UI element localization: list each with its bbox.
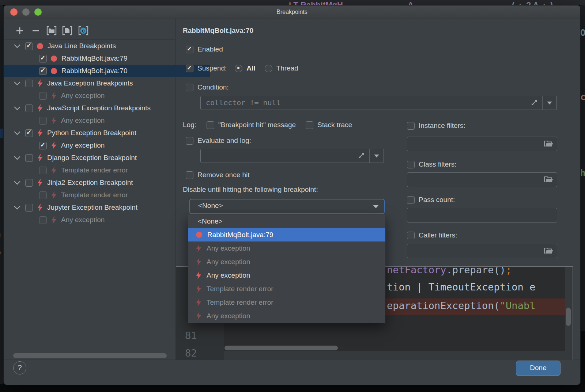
tree-checkbox[interactable]	[25, 104, 33, 112]
log-message-label: "Breakpoint hit" message	[218, 121, 296, 129]
popup-item-template-render-error[interactable]: Template render error	[188, 296, 385, 309]
tree-row-any-exception[interactable]: Any exception	[4, 214, 210, 226]
background-code-fragment: i T RabbitMqH	[289, 0, 343, 5]
folder-browse-icon[interactable]	[544, 247, 553, 255]
chevron-down-icon[interactable]	[14, 179, 20, 185]
tree-row-jinja2-exception-breakpoint[interactable]: Jinja2 Exception Breakpoint	[4, 176, 186, 189]
instance-filters-field[interactable]	[407, 137, 557, 151]
pass-count-field[interactable]	[407, 208, 557, 222]
remove-breakpoint-button[interactable]	[30, 25, 41, 36]
popup-item-rabbitmqbolt-79[interactable]: RabbitMqBolt.java:79	[188, 228, 385, 241]
tree-row-template-render-error[interactable]: Template render error	[4, 189, 210, 201]
tree-checkbox[interactable]	[39, 142, 47, 149]
tree-checkbox[interactable]	[25, 129, 33, 137]
class-filters-field[interactable]	[407, 172, 557, 187]
log-stack-checkbox[interactable]	[306, 121, 313, 129]
tree-checkbox[interactable]	[25, 154, 33, 162]
done-button[interactable]: Done	[516, 361, 561, 376]
enabled-checkbox[interactable]	[186, 46, 193, 53]
condition-label: Condition:	[197, 83, 229, 91]
remove-once-hit-checkbox[interactable]	[186, 171, 193, 179]
chevron-down-icon[interactable]	[373, 205, 379, 208]
dialog-titlebar[interactable]: Breakpoints	[4, 5, 580, 19]
condition-history-arrow[interactable]	[547, 102, 552, 104]
tree-row-any-exception[interactable]: Any exception	[4, 139, 210, 152]
tree-row-any-exception[interactable]: Any exception	[4, 114, 210, 127]
expand-editor-icon[interactable]	[530, 99, 538, 107]
tree-checkbox[interactable]	[39, 191, 47, 199]
pass-count-checkbox[interactable]	[407, 196, 415, 204]
tree-checkbox[interactable]	[39, 167, 47, 174]
tree-checkbox[interactable]	[39, 55, 47, 62]
evaluate-history-arrow[interactable]	[374, 155, 379, 157]
evaluate-field[interactable]	[200, 149, 384, 163]
tree-row-java-line-breakpoints[interactable]: Java Line Breakpoints	[4, 40, 186, 52]
suspend-label: Suspend:	[197, 64, 227, 72]
editor-horizontal-scrollbar[interactable]	[224, 346, 338, 350]
suspend-checkbox[interactable]	[186, 65, 193, 72]
popup-item-label: Any exception	[207, 244, 250, 252]
tree-row-rabbitmqbolt-79[interactable]: RabbitMqBolt.java:79	[4, 52, 210, 65]
code-line: eparationException("Unabl	[387, 300, 535, 311]
log-stack-label: Stack trace	[317, 121, 352, 129]
group-by-package-button[interactable]	[46, 25, 57, 36]
tree-row-any-exception[interactable]: Any exception	[4, 90, 210, 102]
popup-item-none[interactable]: <None>	[188, 214, 385, 228]
tree-checkbox[interactable]	[25, 80, 33, 87]
expand-editor-icon[interactable]	[357, 152, 365, 160]
chevron-down-icon[interactable]	[14, 154, 20, 160]
add-breakpoint-button[interactable]	[14, 25, 25, 36]
exception-bolt-icon	[37, 129, 43, 137]
tree-row-template-render-error[interactable]: Template render error	[4, 164, 210, 176]
tree-row-javascript-exception-breakpoints[interactable]: JavaScript Exception Breakpoints	[4, 102, 186, 114]
tree-checkbox[interactable]	[39, 67, 47, 75]
popup-item-any-exception[interactable]: Any exception	[188, 255, 385, 269]
condition-field[interactable]: collector != null	[200, 96, 557, 110]
exception-bolt-icon	[51, 166, 57, 174]
suspend-thread-radio[interactable]	[265, 65, 272, 72]
tree-item-label: RabbitMqBolt.java:70	[61, 67, 128, 75]
tree-row-jupyter-exception-breakpoint[interactable]: Jupyter Exception Breakpoint	[4, 201, 186, 214]
editor-vertical-scrollbar[interactable]	[566, 308, 571, 326]
tree-item-label: Django Exception Breakpoint	[47, 154, 137, 162]
tree-checkbox[interactable]	[39, 92, 47, 100]
chevron-down-icon[interactable]	[14, 129, 20, 135]
chevron-down-icon[interactable]	[14, 42, 20, 48]
tree-checkbox[interactable]	[25, 204, 33, 212]
log-message-checkbox[interactable]	[207, 121, 214, 129]
caller-filters-checkbox[interactable]	[407, 232, 415, 239]
popup-item-any-exception[interactable]: Any exception	[188, 241, 385, 255]
exception-bolt-icon	[196, 298, 201, 307]
tree-checkbox[interactable]	[39, 117, 47, 125]
tree-row-python-exception-breakpoint[interactable]: Python Exception Breakpoint	[4, 127, 186, 139]
suspend-all-radio[interactable]	[235, 65, 242, 72]
chevron-down-icon[interactable]	[14, 79, 20, 85]
folder-browse-icon[interactable]	[544, 140, 553, 148]
tree-checkbox[interactable]	[39, 216, 47, 224]
condition-checkbox[interactable]	[186, 84, 193, 91]
tree-row-django-exception-breakpoint[interactable]: Django Exception Breakpoint	[4, 152, 186, 164]
caller-filters-field[interactable]	[407, 244, 557, 258]
popup-item-any-exception[interactable]: Any exception	[188, 309, 385, 323]
help-button[interactable]: ?	[13, 361, 26, 374]
evaluate-checkbox[interactable]	[186, 137, 193, 145]
chevron-down-icon[interactable]	[14, 104, 20, 110]
chevron-down-icon[interactable]	[14, 203, 20, 210]
tree-row-java-exception-breakpoints[interactable]: Java Exception Breakpoints	[4, 77, 186, 90]
instance-filters-checkbox[interactable]	[407, 122, 415, 130]
group-by-class-button[interactable]: c	[78, 25, 89, 36]
tree-horizontal-scrollbar[interactable]	[13, 353, 167, 358]
breakpoint-dot-icon	[51, 56, 57, 62]
class-filters-checkbox[interactable]	[407, 161, 415, 168]
background-code-fragment: A	[408, 0, 414, 5]
folder-browse-icon[interactable]	[544, 176, 553, 183]
group-by-file-button[interactable]	[62, 25, 73, 36]
tree-checkbox[interactable]	[25, 42, 33, 50]
popup-item-label: Template render error	[207, 285, 273, 293]
tree-row-rabbitmqbolt-70[interactable]: RabbitMqBolt.java:70	[4, 65, 210, 77]
popup-item-template-render-error[interactable]: Template render error	[188, 282, 385, 296]
evaluate-label: Evaluate and log:	[197, 137, 251, 145]
disable-until-combobox[interactable]: <None>	[189, 199, 385, 214]
popup-item-any-exception[interactable]: Any exception	[188, 269, 385, 282]
tree-checkbox[interactable]	[25, 179, 33, 187]
